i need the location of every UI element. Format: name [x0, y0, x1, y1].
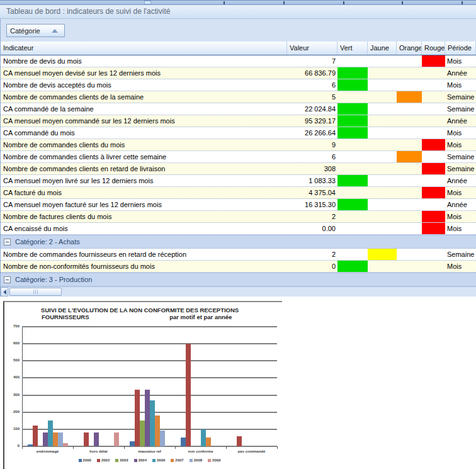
bar-group-1	[22, 327, 73, 446]
table-row[interactable]: Nombre de commandes clients à livrer cet…	[1, 151, 476, 163]
legend-marker	[152, 459, 156, 462]
column-header-valeur[interactable]: Valeur	[287, 42, 337, 55]
column-header-indicateur[interactable]: Indicateur	[1, 42, 287, 55]
table-row[interactable]: CA commandé de la semaine22 024.84Semain…	[1, 103, 476, 115]
bar-2008	[160, 431, 165, 446]
chart-legend: 20002002200320042006200720082009	[22, 458, 277, 462]
status-cell-jaune	[368, 79, 397, 91]
status-cell-jaune	[368, 67, 397, 79]
status-cell-jaune	[368, 249, 397, 260]
table-row[interactable]: Nombre de commandes clients du mois9Mois	[1, 139, 476, 151]
status-cell-jaune	[368, 187, 397, 198]
bar-2002	[237, 436, 242, 446]
category-group-header[interactable]: Catégorie: 3 - Production	[1, 273, 476, 286]
status-cell-rouge	[422, 175, 445, 186]
column-header-orange[interactable]: Orange	[397, 42, 422, 55]
indicator-value: 308	[287, 163, 337, 174]
table-row[interactable]: CA mensuel moyen facturé sur les 12 dern…	[1, 199, 476, 211]
indicator-value: 1 083.33	[287, 175, 337, 186]
bar-2004	[145, 390, 150, 446]
column-header-vert[interactable]: Vert	[337, 42, 368, 55]
category-group-button[interactable]: Catégorie	[6, 24, 65, 37]
status-color-block	[397, 151, 422, 162]
status-cell-orange	[397, 187, 422, 198]
bar-2009	[114, 432, 119, 446]
left-arrow-icon	[3, 290, 6, 295]
indicator-period: Année	[445, 67, 476, 79]
status-cell-rouge	[422, 127, 445, 138]
status-cell-jaune	[368, 175, 397, 186]
indicator-value: 0.00	[287, 223, 337, 234]
indicator-label: CA encaissé du mois	[1, 223, 287, 234]
status-color-block	[422, 187, 445, 198]
column-header-jaune[interactable]: Jaune	[368, 42, 397, 55]
toolbar-button-icon[interactable]	[144, 1, 151, 4]
status-cell-rouge	[422, 139, 445, 150]
table-row[interactable]: Nombre de commandes clients de la semain…	[1, 91, 476, 103]
table-row[interactable]: Nombre de devis du mois7Mois	[1, 55, 476, 67]
status-cell-rouge	[422, 67, 445, 79]
status-color-block	[337, 79, 368, 91]
horizontal-scrollbar[interactable]	[1, 286, 476, 297]
legend-year-label: 2009	[212, 458, 220, 462]
y-axis-tick-label: 600	[4, 341, 20, 345]
x-axis-tick	[226, 446, 227, 449]
table-row[interactable]: Nombre de commandes fournisseurs en reta…	[1, 249, 476, 261]
column-header-rouge[interactable]: Rouge	[422, 42, 445, 55]
table-row[interactable]: CA mensuel moyen commandé sur les 12 der…	[1, 115, 476, 127]
legend-marker	[134, 459, 137, 462]
table-row[interactable]: CA commandé du mois26 266.64Mois	[1, 127, 476, 139]
legend-item: 2009	[208, 458, 220, 462]
indicator-value: 4 375.04	[287, 187, 337, 198]
column-header-periode[interactable]: Période	[445, 42, 476, 55]
indicator-label: CA commandé de la semaine	[1, 103, 287, 115]
collapse-minus-icon[interactable]	[4, 276, 11, 283]
table-row[interactable]: Nombre de devis acceptés du mois6Mois	[1, 79, 476, 91]
status-cell-rouge	[422, 115, 445, 127]
status-cell-vert	[337, 55, 368, 67]
group-header-label: Catégorie: 3 - Production	[15, 276, 92, 283]
x-axis-tick	[22, 446, 23, 449]
status-cell-rouge	[422, 91, 445, 103]
status-color-block	[337, 175, 368, 186]
legend-item: 2008	[190, 458, 202, 462]
status-cell-orange	[397, 55, 422, 67]
indicator-value: 2	[287, 211, 337, 222]
scroll-left-button[interactable]	[1, 287, 8, 297]
bar-2002	[33, 426, 38, 446]
table-row[interactable]: CA mensuel moyen livré sur les 12 dernie…	[1, 175, 476, 187]
status-cell-orange	[397, 199, 422, 210]
category-group-header[interactable]: Catégorie: 2 - Achats	[1, 235, 476, 249]
toolbar-separator	[283, 1, 285, 4]
table-row[interactable]: Nombre de commandes clients en retard de…	[1, 163, 476, 175]
indicators-grid: IndicateurValeurVertJauneOrangeRougePéri…	[0, 42, 476, 297]
indicator-value: 0	[287, 261, 337, 272]
indicator-label: CA mensuel moyen devisé sur les 12 derni…	[1, 67, 287, 79]
status-color-block	[397, 91, 422, 103]
table-row[interactable]: CA encaissé du mois0.00Mois	[1, 223, 476, 235]
indicator-label: Nombre de devis du mois	[1, 55, 287, 67]
x-axis-category-label: mauvaise ref	[124, 449, 175, 453]
collapse-minus-icon[interactable]	[4, 239, 11, 246]
chart-subtitle: par motif et par année	[127, 314, 276, 320]
status-cell-rouge	[422, 187, 445, 198]
bar-group-3	[124, 327, 175, 446]
table-row[interactable]: CA facturé du mois4 375.04Mois	[1, 187, 476, 199]
x-axis-category-label: hors délai	[73, 449, 124, 453]
status-cell-rouge	[422, 199, 445, 210]
indicator-label: Nombre de commandes fournisseurs en reta…	[1, 249, 287, 260]
table-row[interactable]: Nombre de factures clients du mois2Mois	[1, 211, 476, 223]
legend-marker	[115, 459, 118, 462]
bar-2000	[130, 441, 135, 446]
indicator-label: CA commandé du mois	[1, 127, 287, 138]
table-row[interactable]: Nombre de non-conformités fournisseurs d…	[1, 261, 476, 273]
table-row[interactable]: CA mensuel moyen devisé sur les 12 derni…	[1, 67, 476, 79]
bar-2007	[206, 438, 211, 446]
indicator-period: Semaine	[445, 91, 476, 103]
bar-2007	[53, 432, 58, 446]
scrollbar-thumb[interactable]	[9, 288, 62, 296]
page-title: Tableau de bord : indicateurs de suivi d…	[0, 5, 476, 19]
status-color-block	[337, 127, 368, 138]
status-cell-jaune	[368, 91, 397, 103]
status-cell-vert	[337, 175, 368, 186]
